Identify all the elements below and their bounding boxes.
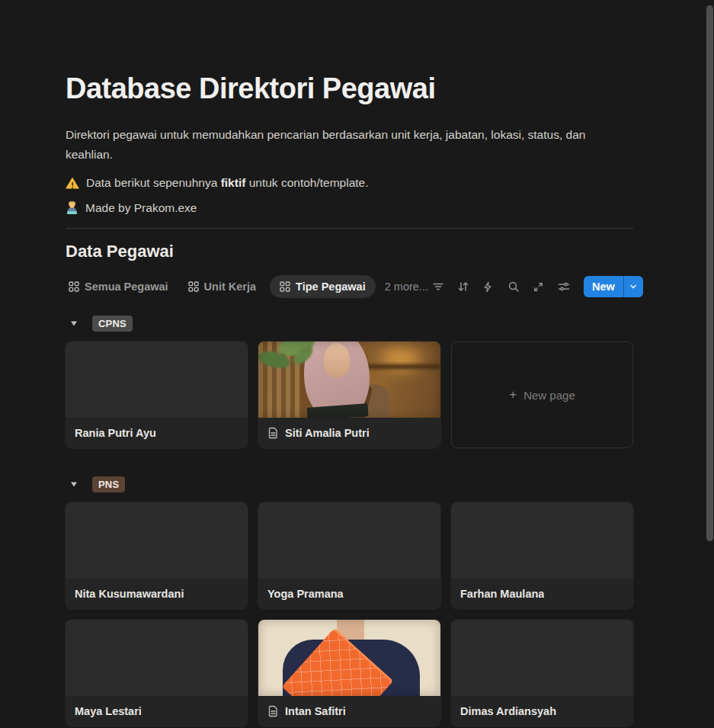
tab-semua-pegawai[interactable]: Semua Pegawai bbox=[66, 276, 171, 297]
card-footer: Intan Safitri bbox=[258, 696, 440, 726]
card-footer: Maya Lestari bbox=[66, 696, 248, 726]
divider bbox=[66, 228, 633, 229]
new-page-label: New page bbox=[523, 389, 575, 402]
view-options-icon[interactable] bbox=[554, 277, 574, 297]
card-footer: Farhan Maulana bbox=[451, 579, 633, 609]
gallery-view-icon bbox=[280, 281, 290, 292]
warning-note: Data berikut sepenuhnya fiktif untuk con… bbox=[66, 176, 633, 190]
filter-icon[interactable] bbox=[428, 277, 448, 297]
scrollbar-thumb[interactable] bbox=[706, 5, 713, 541]
tab-tipe-pegawai[interactable]: Tipe Pegawai bbox=[270, 275, 376, 298]
card-cover-placeholder bbox=[66, 620, 248, 696]
card-title: Yoga Pramana bbox=[267, 588, 344, 600]
gallery-cpns: Rania Putri Ayu Siti Amalia Putri + New … bbox=[66, 342, 633, 448]
gallery-pns: Nita Kusumawardani Yoga Pramana Farhan M… bbox=[66, 502, 633, 726]
card-intan-safitri[interactable]: Intan Safitri bbox=[258, 620, 440, 726]
card-cover-placeholder bbox=[451, 620, 633, 696]
page-content: Database Direktori Pegawai Direktori peg… bbox=[66, 0, 633, 726]
card-footer: Rania Putri Ayu bbox=[66, 418, 248, 448]
credit-text: Made by Prakom.exe bbox=[85, 201, 197, 215]
card-title: Rania Putri Ayu bbox=[75, 427, 156, 439]
group-header-pns: PNS bbox=[66, 475, 633, 493]
card-siti-amalia-putri[interactable]: Siti Amalia Putri bbox=[258, 342, 440, 448]
collapse-triangle-icon[interactable] bbox=[66, 315, 82, 332]
warning-text: Data berikut sepenuhnya fiktif untuk con… bbox=[86, 176, 369, 190]
group-header-cpns: CPNS bbox=[66, 314, 633, 332]
page-description: Direktori pegawai untuk memudahkan penca… bbox=[66, 125, 633, 165]
card-title: Farhan Maulana bbox=[460, 588, 544, 600]
more-tabs[interactable]: 2 more... bbox=[385, 281, 428, 293]
automation-icon[interactable] bbox=[479, 277, 498, 297]
page-document-icon bbox=[267, 705, 279, 717]
card-title: Nita Kusumawardani bbox=[75, 588, 184, 600]
card-footer: Yoga Pramana bbox=[258, 579, 440, 609]
card-farhan-maulana[interactable]: Farhan Maulana bbox=[451, 502, 633, 609]
page-title: Database Direktori Pegawai bbox=[66, 72, 633, 105]
card-footer: Nita Kusumawardani bbox=[66, 579, 248, 609]
sort-icon[interactable] bbox=[453, 277, 473, 297]
card-cover-placeholder bbox=[451, 502, 633, 579]
card-title: Maya Lestari bbox=[75, 705, 142, 717]
plus-icon: + bbox=[509, 387, 517, 402]
tab-unit-kerja[interactable]: Unit Kerja bbox=[185, 276, 260, 297]
credit-note: Made by Prakom.exe bbox=[66, 201, 633, 215]
tab-label: Semua Pegawai bbox=[85, 281, 168, 293]
group-badge-cpns[interactable]: CPNS bbox=[92, 316, 133, 332]
expand-icon[interactable] bbox=[529, 277, 549, 297]
new-page-card[interactable]: + New page bbox=[451, 342, 633, 448]
card-cover-placeholder bbox=[66, 342, 248, 418]
database-heading: Data Pegawai bbox=[66, 241, 633, 262]
scrollbar-track[interactable] bbox=[705, 0, 714, 728]
new-button[interactable]: New bbox=[584, 276, 643, 297]
card-title: Siti Amalia Putri bbox=[285, 427, 370, 439]
collapse-triangle-icon[interactable] bbox=[66, 476, 82, 492]
card-rania-putri-ayu[interactable]: Rania Putri Ayu bbox=[66, 342, 248, 448]
page-document-icon bbox=[267, 427, 279, 439]
card-cover-placeholder bbox=[66, 502, 248, 579]
card-dimas-ardiansyah[interactable]: Dimas Ardiansyah bbox=[451, 620, 633, 726]
card-maya-lestari[interactable]: Maya Lestari bbox=[66, 620, 248, 726]
view-bar: Semua Pegawai Unit Kerja Tipe Pegawai 2 … bbox=[66, 274, 633, 300]
card-yoga-pramana[interactable]: Yoga Pramana bbox=[258, 502, 440, 609]
card-cover-photo bbox=[258, 342, 440, 418]
card-cover-placeholder bbox=[258, 502, 440, 579]
card-footer: Siti Amalia Putri bbox=[258, 418, 440, 448]
warning-icon bbox=[66, 178, 79, 189]
card-cover-photo bbox=[258, 620, 440, 696]
new-button-label[interactable]: New bbox=[584, 276, 623, 297]
view-toolbar: New bbox=[428, 276, 643, 297]
gallery-view-icon bbox=[69, 281, 79, 292]
technologist-icon bbox=[66, 202, 78, 214]
tab-label: Tipe Pegawai bbox=[296, 281, 366, 293]
chevron-down-icon[interactable] bbox=[624, 276, 643, 297]
card-footer: Dimas Ardiansyah bbox=[451, 696, 633, 726]
card-nita-kusumawardani[interactable]: Nita Kusumawardani bbox=[66, 502, 248, 609]
card-title: Dimas Ardiansyah bbox=[460, 705, 556, 717]
tab-label: Unit Kerja bbox=[204, 281, 257, 293]
gallery-view-icon bbox=[188, 281, 199, 292]
search-icon[interactable] bbox=[504, 277, 523, 297]
group-badge-pns[interactable]: PNS bbox=[92, 476, 125, 492]
card-title: Intan Safitri bbox=[285, 705, 346, 717]
